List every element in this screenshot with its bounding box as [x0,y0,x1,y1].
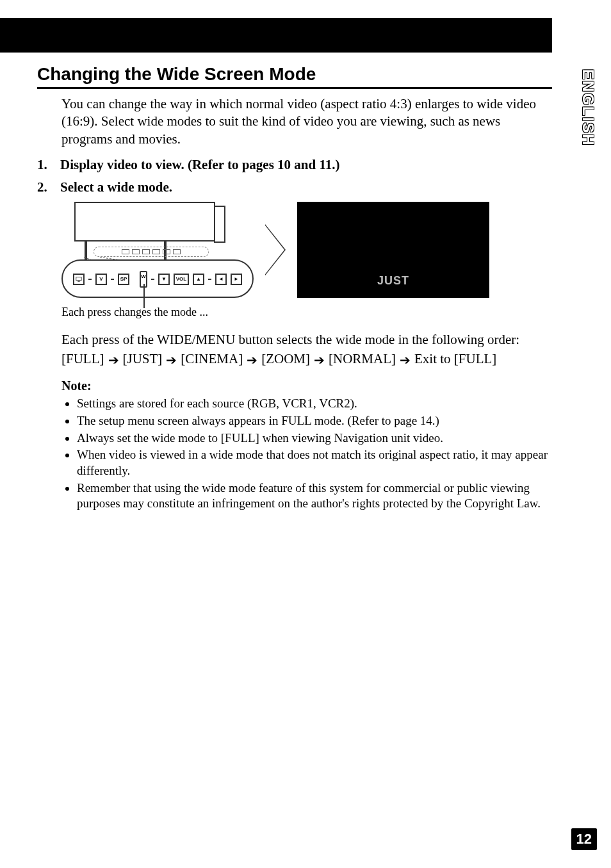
vol-label-key: VOL [174,274,189,285]
step-2-number: 2. [37,179,55,195]
key-separator [208,279,211,280]
device-illustration: V SP W ▼ VOL ▲ ◄ ► [61,202,254,298]
mode-zoom: [ZOOM] [261,351,310,367]
arrow-icon: ➔ [166,352,177,368]
note-item: When video is viewed in a wide mode that… [77,447,552,479]
device-screen [74,202,215,242]
step-1-number: 1. [37,157,55,173]
device-key-row: V SP W ▼ VOL ▲ ◄ ► [73,270,242,289]
section-title: Changing the Wide Screen Mode [37,64,552,89]
svg-rect-0 [76,277,81,281]
note-heading: Note: [61,379,552,393]
page-root: ENGLISH Changing the Wide Screen Mode Yo… [0,0,611,868]
step-1: 1. Display video to view. (Refer to page… [37,157,552,173]
device-body: V SP W ▼ VOL ▲ ◄ ► [61,259,254,298]
sp-key: SP [118,274,129,285]
vol-down-key: ▼ [158,274,170,285]
header-black-band [0,18,552,53]
mode-full: [FULL] [61,351,104,367]
note-item: Remember that using the wide mode featur… [77,480,552,512]
arrow-icon: ➔ [247,352,257,368]
diagram-row: V SP W ▼ VOL ▲ ◄ ► [61,202,552,298]
vol-up-key: ▲ [193,274,204,285]
device-button-strip [94,247,209,257]
key-separator [111,279,114,280]
content-area: Changing the Wide Screen Mode You can ch… [37,64,552,513]
note-item: Settings are stored for each source (RGB… [77,396,552,412]
intro-paragraph: You can change the way in which normal v… [61,95,552,148]
page-number: 12 [571,828,597,850]
osd-mode-label: JUST [377,274,409,288]
step-2: 2. Select a wide mode. [37,179,552,195]
wide-key-pointer-line [143,284,145,308]
v-key: V [95,274,107,285]
mode-just: [JUST] [123,351,163,367]
note-item: Always set the wide mode to [FULL] when … [77,430,552,446]
step-1-text: Display video to view. (Refer to pages 1… [60,157,340,173]
mode-cinema: [CINEMA] [181,351,243,367]
mode-exit: Exit to [FULL] [414,351,496,367]
mode-order-sequence: [FULL] ➔ [JUST] ➔ [CINEMA] ➔ [ZOOM] ➔ [N… [61,351,552,367]
arrow-icon: ➔ [314,352,325,368]
osd-preview: JUST [297,202,489,298]
key-separator [151,279,154,280]
left-key: ◄ [215,274,227,285]
svg-rect-1 [77,281,79,281]
arrow-icon: ➔ [108,352,119,368]
note-item: The setup menu screen always appears in … [77,413,552,429]
sequence-arrow-icon [265,224,286,275]
key-separator [88,279,92,280]
diagram-caption: Each press changes the mode ... [61,306,552,319]
mode-order-sentence: Each press of the WIDE/MENU button selec… [61,331,552,348]
right-key: ► [231,274,242,285]
arrow-icon: ➔ [400,352,411,368]
language-tab: ENGLISH [579,69,597,147]
step-2-text: Select a wide mode. [60,179,172,195]
notes-list: Settings are stored for each source (RGB… [77,396,552,512]
disp-key-icon [73,274,85,285]
mode-normal: [NORMAL] [329,351,396,367]
